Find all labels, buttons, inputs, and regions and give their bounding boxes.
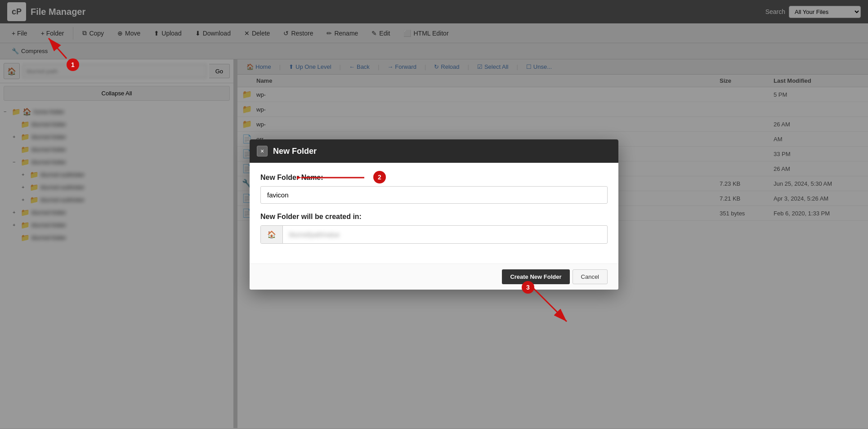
modal-title: New Folder xyxy=(273,147,317,156)
folder-name-input[interactable] xyxy=(260,186,608,204)
create-new-folder-button[interactable]: Create New Folder xyxy=(502,269,569,284)
modal-body: New Folder Name: New Folder will be crea… xyxy=(250,163,618,264)
modal-overlay: × New Folder New Folder Name: New Folder… xyxy=(0,0,868,429)
modal-close-button[interactable]: × xyxy=(257,146,268,156)
modal-header: × New Folder xyxy=(250,139,618,163)
modal-footer: Create New Folder Cancel xyxy=(250,264,618,290)
folder-path-box: 🏠 blurred/path/value xyxy=(260,225,608,244)
path-home-icon: 🏠 xyxy=(261,226,283,243)
cancel-button[interactable]: Cancel xyxy=(573,269,608,284)
folder-path-label: New Folder will be created in: xyxy=(260,213,608,221)
folder-path-value: blurred/path/value xyxy=(283,227,346,243)
folder-name-label: New Folder Name: xyxy=(260,174,608,182)
new-folder-modal: × New Folder New Folder Name: New Folder… xyxy=(250,139,618,290)
